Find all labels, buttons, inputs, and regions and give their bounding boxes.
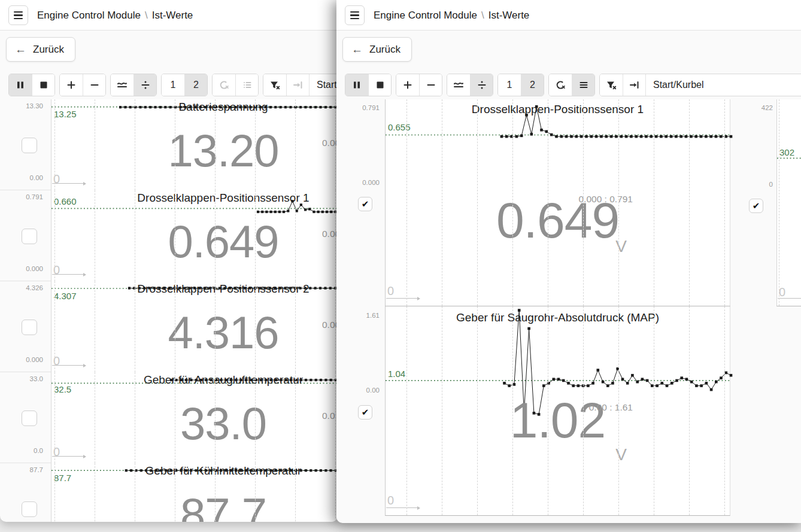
toolbar-clear-button[interactable] <box>549 74 572 96</box>
gridline <box>54 372 55 463</box>
gridline <box>724 306 725 515</box>
gridline <box>135 463 135 522</box>
channel-checkbox[interactable] <box>22 229 37 244</box>
hamburger-menu-button[interactable] <box>8 5 28 25</box>
axis-origin-line <box>778 298 801 299</box>
toolbar-filter-button[interactable] <box>263 74 286 96</box>
gridline <box>295 281 296 372</box>
gridline <box>215 99 216 190</box>
gridline <box>689 306 690 515</box>
toolbar-minus-button[interactable] <box>419 74 442 96</box>
toolbar-divide-button[interactable] <box>470 74 493 96</box>
gridline <box>215 372 216 463</box>
gridline <box>618 306 619 515</box>
range-label: 0.00 : 1.61 <box>589 402 633 413</box>
axis-origin-line <box>52 365 83 366</box>
toolbar: 12Start/Kurbel <box>8 74 338 96</box>
target-value-label: 13.25 <box>54 109 77 119</box>
gridline <box>175 99 175 190</box>
channel-checkbox[interactable] <box>22 411 37 426</box>
toolbar-plus-button[interactable] <box>60 74 83 96</box>
module-title: Engine Control Module <box>374 10 477 22</box>
toolbar-filter-button[interactable] <box>600 74 623 96</box>
header: Engine Control Module \ Ist-Werte <box>0 0 338 31</box>
channel-checkbox[interactable]: ✔ <box>749 199 763 213</box>
gridline <box>295 372 296 463</box>
channel-checkbox[interactable] <box>22 138 37 153</box>
gridline <box>175 463 175 522</box>
axis-origin-line <box>386 507 417 508</box>
gridline <box>295 99 296 190</box>
toolbar-pause-button[interactable] <box>345 74 368 96</box>
toolbar-one-button[interactable]: 1 <box>162 74 184 96</box>
toolbar-pause-button[interactable] <box>9 74 32 96</box>
axis-origin-label: 0 <box>779 286 785 298</box>
axis-origin-line <box>52 274 83 275</box>
target-value-label: 302 <box>779 147 794 157</box>
axis-min-label: 0.000 <box>26 356 43 363</box>
toolbar-wave-button[interactable] <box>447 74 470 96</box>
toolbar-two-button[interactable]: 2 <box>521 74 544 96</box>
chart-panel-map: 1.61 0.00 ✔ Geber für Saugrohr-Absolutdr… <box>336 306 801 516</box>
breadcrumb-separator: \ <box>481 10 484 22</box>
window-right: Engine Control Module \ Ist-Werte ← Zurü… <box>336 0 801 523</box>
toolbar-two-button[interactable]: 2 <box>184 74 207 96</box>
toolbar-skip-button[interactable] <box>623 74 645 96</box>
gridline <box>255 463 256 522</box>
gridline <box>95 463 95 522</box>
channel-filter-input[interactable]: Start/Kurbel <box>309 74 338 96</box>
gridline <box>335 281 336 372</box>
back-arrow-icon: ← <box>15 43 26 56</box>
target-value-label: 1.04 <box>388 369 405 379</box>
header: Engine Control Module \ Ist-Werte <box>336 0 801 31</box>
gridline <box>215 190 216 281</box>
back-button[interactable]: ← Zurück <box>342 37 412 62</box>
gridline <box>54 99 55 190</box>
axis-min-label: 0.000 <box>26 265 43 272</box>
toolbar-divide-button[interactable] <box>134 74 156 96</box>
channel-checkbox[interactable]: ✔ <box>358 405 372 419</box>
gridline <box>54 463 55 522</box>
axis-origin-line <box>52 456 83 457</box>
axis-max-label: 13.30 <box>26 102 43 110</box>
toolbar-wave-button[interactable] <box>111 74 134 96</box>
toolbar-stop-button[interactable] <box>32 74 54 96</box>
chart-panel-iat: 33.0 0.0 Geber für Ansauglufttemperatur … <box>0 372 338 463</box>
channel-checkbox[interactable] <box>22 501 37 517</box>
axis-max-label: 87.7 <box>30 466 43 473</box>
toolbar-minus-button[interactable] <box>83 74 105 96</box>
hamburger-menu-button[interactable] <box>345 5 365 25</box>
gridline <box>255 372 256 463</box>
gridline <box>175 281 175 372</box>
back-button[interactable]: ← Zurück <box>6 37 75 62</box>
toolbar-plus-button[interactable] <box>396 74 419 96</box>
gridline <box>335 372 336 463</box>
channel-checkbox[interactable] <box>22 320 37 335</box>
unit-label: V <box>615 445 627 464</box>
axis-max-label: 0.791 <box>26 193 43 200</box>
target-value-label: 87.7 <box>54 473 71 483</box>
axis-max-label: 1.61 <box>366 312 380 319</box>
gridline <box>54 281 55 372</box>
target-value-label: 32.5 <box>54 384 71 394</box>
module-title: Engine Control Module <box>37 10 141 22</box>
axis-origin-label: 0 <box>387 494 394 506</box>
channel-filter-input[interactable]: Start/Kurbel <box>645 74 801 96</box>
toolbar-stop-button[interactable] <box>368 74 391 96</box>
live-value: 1.02 <box>386 395 730 445</box>
toolbar-one-button[interactable]: 1 <box>498 74 521 96</box>
gridline <box>335 190 336 281</box>
gridline <box>54 190 55 281</box>
target-value-label: 4.307 <box>54 291 77 301</box>
chart-panel-ect: 87.7 Geber für Kühlmitteltemperatur 87.7… <box>0 463 338 522</box>
toolbar-menu-button[interactable] <box>572 74 594 96</box>
axis-min-label: 0.00 <box>366 387 380 394</box>
gridline <box>95 99 95 190</box>
gridline <box>95 190 95 281</box>
gridline <box>135 99 135 190</box>
gridline <box>335 463 336 522</box>
gridline <box>175 190 175 281</box>
toolbar: 12Start/Kurbel <box>345 74 801 96</box>
axis-min-label: 0.0 <box>34 447 43 454</box>
back-button-label: Zurück <box>369 44 400 56</box>
